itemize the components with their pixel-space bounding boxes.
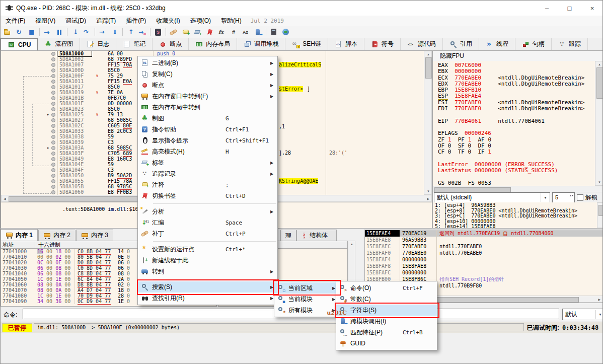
toolbar-button[interactable] [38,27,41,38]
context-menu-item[interactable]: 制图 G [138,113,277,124]
context-menu-item[interactable] [138,239,277,244]
view-tab[interactable]: 脚本 [328,38,364,50]
toolbar-button[interactable] [168,27,180,38]
toolbar-button[interactable] [216,27,228,38]
view-tab[interactable]: 日志 [80,38,116,50]
context-menu-item[interactable]: 高亮模式(H) H [138,146,277,157]
dump-tab[interactable]: 内存 2 [38,230,76,241]
context-menu-item[interactable]: 新建线程于此 [138,255,277,266]
unlock-checkbox[interactable] [577,194,583,201]
breakpoint-gutter[interactable] [49,123,57,128]
dump-tab[interactable]: 内存 3 [76,230,113,241]
context-menu-item[interactable]: 复制(C) ▶ [138,68,277,80]
registers-vertical-scrollbar[interactable]: ▲ ▼ [595,61,603,186]
breakpoint-gutter[interactable] [49,101,57,106]
toolbar-button[interactable] [53,27,65,38]
register-line[interactable]: CF 0 TF 0 IF 1 [438,149,595,155]
breakpoint-gutter[interactable] [49,67,57,73]
context-menu-item[interactable]: 查找引用(R) ▶ [138,293,277,304]
breakpoint-gutter[interactable] [49,106,57,112]
breakpoint-gutter[interactable] [49,95,57,101]
stack-row[interactable]: 15E8FAF0 770EABE0 ntdll.770EABE0 [365,250,603,256]
calling-convention-combo[interactable]: 默认 (stdcall)▼ [434,192,550,203]
toolbar-button[interactable] [228,27,240,38]
command-profile-combo[interactable]: 默认▼ [562,309,603,320]
toolbar-button[interactable] [26,27,38,38]
toolbar-button[interactable] [69,27,81,38]
toolbar-button[interactable] [180,27,192,38]
stack-row[interactable]: 15E8FAF8 15E8FAE8 [365,263,603,269]
context-menu-item[interactable]: 分析 ▶ [138,206,277,217]
register-line[interactable]: EIP 770B4061 ntdll.770B4061 [438,118,595,124]
menubar-item[interactable]: 追踪(T) [91,17,121,24]
toolbar-button[interactable] [136,27,148,38]
menubar-item[interactable]: 选项(O) [185,17,216,24]
toolbar-button[interactable] [124,27,136,38]
register-line[interactable]: LastStatus 00000000 (STATUS_SUCCESS) [438,168,595,174]
breakpoint-gutter[interactable] [49,156,57,162]
breakpoint-gutter[interactable] [49,62,57,67]
registers-horizontal-scrollbar[interactable] [433,186,603,192]
submenu-item[interactable]: 当前区域 ▶ [274,282,339,294]
submenu-item[interactable]: 匹配特征(P) Ctrl+B [336,327,437,338]
menubar-item[interactable]: 视图(V) [30,17,60,24]
toolbar-button[interactable] [41,27,53,38]
context-menu-item[interactable]: 补丁 Ctrl+P [138,228,277,239]
stack-row[interactable]: 15E8FAE4 770EAC19 返回到 ntdll.770EAC19 自 n… [365,230,603,237]
view-tab[interactable]: 笔记 [116,38,153,50]
toolbar-button[interactable] [2,27,14,38]
breakpoint-gutter[interactable] [49,56,57,62]
view-tab[interactable]: 线程 [479,38,515,50]
toolbar-button[interactable] [240,27,252,38]
view-tab[interactable]: 句柄 [515,38,552,50]
stack-row[interactable]: 15E8FAF4 00000000 [365,256,603,263]
toolbar-button[interactable] [268,27,280,38]
breakpoint-gutter[interactable] [49,117,57,123]
view-tab[interactable]: 符号 [364,38,401,50]
context-menu-item[interactable] [138,201,277,206]
toolbar-button[interactable] [14,27,26,38]
breakpoint-gutter[interactable] [49,162,57,167]
breakpoint-gutter[interactable] [49,128,57,134]
submenu-item[interactable]: 跨模块调用(I) [336,316,437,327]
submenu-item[interactable]: GUID [336,338,437,349]
breakpoint-gutter[interactable] [49,189,57,195]
toolbar-button[interactable] [280,27,292,38]
argument-count-spinner[interactable]: 5 [552,192,575,203]
stack-row[interactable]: 15E8FAE8 96A59BB3 [365,237,603,243]
breakpoint-gutter[interactable] [49,145,57,151]
toolbar-button[interactable] [164,27,168,38]
maximize-button[interactable]: □ [558,1,581,16]
view-tab[interactable]: 调用堆栈 [237,38,285,50]
context-menu-item[interactable]: 设置新的运行点 Ctrl+* [138,244,277,255]
view-tab[interactable]: 流程图 [38,38,80,50]
view-tab[interactable]: 跟踪 [552,38,588,50]
hide-fpu-button[interactable]: 隐藏FPU [433,51,603,61]
toolbar-button[interactable] [252,27,264,38]
view-tab[interactable]: CPU [1,38,38,51]
toolbar-button[interactable] [81,27,93,38]
menubar-item[interactable]: 收藏夹(I) [151,17,185,24]
toolbar-button[interactable] [192,27,204,38]
arg-line[interactable]: 1: [esp+4] 96A59BB3 [435,203,597,208]
stack-row[interactable]: 15E8FAFC 00000000 [365,269,603,276]
arg-line[interactable]: 5: [esp+14] 15E8FAE8 [435,224,597,228]
menubar-item[interactable]: 插件(P) [121,17,151,24]
view-tab[interactable]: 内存布局 [189,38,237,50]
context-menu-item[interactable]: 显示指令提示 Ctrl+Shift+F1 [138,135,277,146]
toolbar-button[interactable] [152,27,164,38]
context-menu-item[interactable]: 切换书签 Ctrl+D [138,190,277,201]
breakpoint-gutter[interactable] [49,134,57,139]
breakpoint-gutter[interactable] [49,167,57,173]
register-line[interactable]: EDI 770EABE0 <ntdll.DbgUiRemoteBreakin> [438,106,595,112]
context-menu-item[interactable]: 搜索(S) ▶ [138,281,277,293]
breakpoint-gutter[interactable] [49,173,57,178]
context-menu-item[interactable] [138,277,277,281]
breakpoint-gutter[interactable] [49,178,57,184]
context-menu-item[interactable]: 追踪记录 ▶ [138,168,277,179]
menubar-item[interactable]: 帮助(H) [216,17,247,24]
breakpoint-gutter[interactable] [49,139,57,145]
registers-list[interactable]: EAX 007C6000EBX 00000000ECX 770EABE0 <nt… [433,61,595,186]
context-menu-item[interactable]: 标签 ▶ [138,157,277,168]
context-menu-item[interactable]: 转到 ▶ [138,266,277,277]
